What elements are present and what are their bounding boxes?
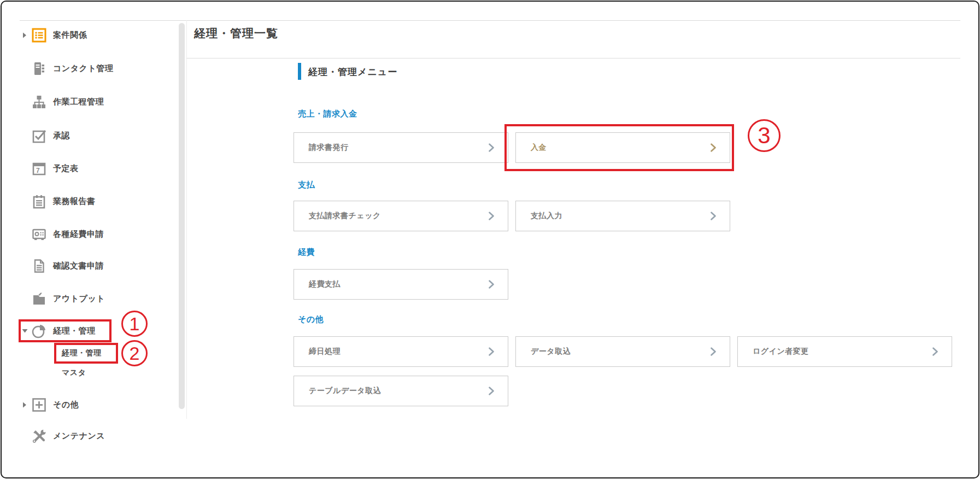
menu-button-expense-payment[interactable]: 経費支払 xyxy=(294,269,508,300)
sidebar-item-schedule[interactable]: 7 予定表 xyxy=(20,157,79,179)
menu-button-label: ログイン者変更 xyxy=(753,347,809,357)
sidebar-item-label: 案件関係 xyxy=(53,30,87,40)
calendar-icon: 7 xyxy=(32,161,46,176)
menu-button-label: 経費支払 xyxy=(309,279,341,289)
section-accent-bar xyxy=(298,63,301,80)
menu-button-deposit[interactable]: 入金 xyxy=(515,132,730,163)
sidebar-item-accounting[interactable]: 経理・管理 xyxy=(20,320,96,342)
folder-icon xyxy=(32,291,46,306)
chevron-right-icon xyxy=(488,212,495,220)
sidebar-item-document-application[interactable]: 確認文書申請 xyxy=(20,255,104,277)
sidebar-item-label: メンテナンス xyxy=(53,431,105,441)
chevron-right-icon xyxy=(488,387,495,395)
menu-button-label: 支払入力 xyxy=(531,211,562,221)
sidebar-item-label: 業務報告書 xyxy=(53,196,96,207)
menu-button-label: 入金 xyxy=(531,143,547,153)
menu-button-label: テーブルデータ取込 xyxy=(309,386,381,396)
cash-register-icon xyxy=(32,227,46,242)
chevron-right-icon xyxy=(488,280,495,289)
sidebar-item-label: アウトプット xyxy=(53,294,105,304)
expand-right-icon[interactable] xyxy=(20,402,30,408)
sidebar-item-label: 予定表 xyxy=(53,163,79,174)
sidebar-item-label: その他 xyxy=(53,400,79,410)
sidebar-item-expense-application[interactable]: 各種経費申請 xyxy=(20,223,104,245)
section-title: 経理・管理メニュー xyxy=(308,66,397,78)
expand-down-icon[interactable] xyxy=(20,329,30,333)
clipboard-icon xyxy=(32,194,46,209)
sidebar-subitem-master[interactable]: マスタ xyxy=(62,365,86,381)
menu-button-data-import[interactable]: データ取込 xyxy=(515,336,730,367)
sidebar-subitem-label: 経理・管理 xyxy=(62,348,102,358)
title-divider xyxy=(186,58,960,59)
checkbox-icon xyxy=(32,128,46,143)
sidebar-item-maintenance[interactable]: メンテナンス xyxy=(20,425,105,447)
group-heading-others: その他 xyxy=(298,314,324,325)
group-heading-sales-deposit: 売上・請求入金 xyxy=(298,109,357,119)
sidebar-item-business-report[interactable]: 業務報告書 xyxy=(20,190,96,212)
chevron-right-icon xyxy=(488,347,495,356)
expand-right-icon[interactable] xyxy=(20,32,30,38)
group-heading-expense: 経費 xyxy=(298,247,315,258)
menu-button-label: データ取込 xyxy=(531,347,571,357)
chevron-right-icon xyxy=(488,143,495,152)
page-title: 経理・管理一覧 xyxy=(194,26,278,41)
sidebar-item-label: 作業工程管理 xyxy=(53,97,104,107)
menu-button-label: 締日処理 xyxy=(309,347,341,357)
sidebar-item-label: 経理・管理 xyxy=(53,326,96,336)
menu-button-invoice-issue[interactable]: 請求書発行 xyxy=(294,132,508,163)
sidebar-subitem-accounting[interactable]: 経理・管理 xyxy=(62,345,102,361)
menu-button-payment-entry[interactable]: 支払入力 xyxy=(515,201,730,231)
sidebar-item-contact-management[interactable]: コンタクト管理 xyxy=(20,57,113,79)
sidebar-item-projects[interactable]: 案件関係 xyxy=(20,24,87,46)
group-heading-payment: 支払 xyxy=(298,180,315,190)
sidebar-item-others[interactable]: その他 xyxy=(20,394,79,416)
chevron-right-icon xyxy=(710,347,717,356)
wrench-icon xyxy=(32,429,46,443)
sidebar-subitem-label: マスタ xyxy=(62,368,86,378)
chevron-right-icon xyxy=(932,347,938,356)
chevron-right-icon xyxy=(710,212,717,220)
svg-text:7: 7 xyxy=(36,166,40,174)
sidebar-scrollbar[interactable] xyxy=(179,23,185,409)
sidebar-item-approval[interactable]: 承認 xyxy=(20,125,70,147)
menu-button-payment-invoice-check[interactable]: 支払請求書チェック xyxy=(294,201,508,231)
list-icon xyxy=(32,28,46,43)
plus-icon xyxy=(32,398,46,412)
sidebar-item-label: 承認 xyxy=(53,131,70,141)
menu-button-label: 請求書発行 xyxy=(309,143,349,153)
screenshot-frame xyxy=(1,1,979,478)
menu-button-label: 支払請求書チェック xyxy=(309,211,381,221)
sidebar-item-output[interactable]: アウトプット xyxy=(20,288,105,309)
top-divider xyxy=(20,20,960,21)
sidebar-item-label: コンタクト管理 xyxy=(53,63,113,74)
content-left-divider xyxy=(186,20,187,419)
sitemap-icon xyxy=(32,95,46,109)
menu-button-closing-date[interactable]: 締日処理 xyxy=(294,336,508,367)
pie-chart-icon xyxy=(32,324,46,338)
menu-button-login-user-change[interactable]: ログイン者変更 xyxy=(737,336,952,367)
menu-button-table-data-import[interactable]: テーブルデータ取込 xyxy=(294,376,508,406)
document-icon xyxy=(32,259,46,273)
contact-icon xyxy=(32,61,46,76)
chevron-right-icon xyxy=(710,143,717,152)
sidebar-item-label: 確認文書申請 xyxy=(53,261,104,271)
sidebar-item-work-process[interactable]: 作業工程管理 xyxy=(20,91,104,113)
sidebar-item-label: 各種経費申請 xyxy=(53,229,104,240)
